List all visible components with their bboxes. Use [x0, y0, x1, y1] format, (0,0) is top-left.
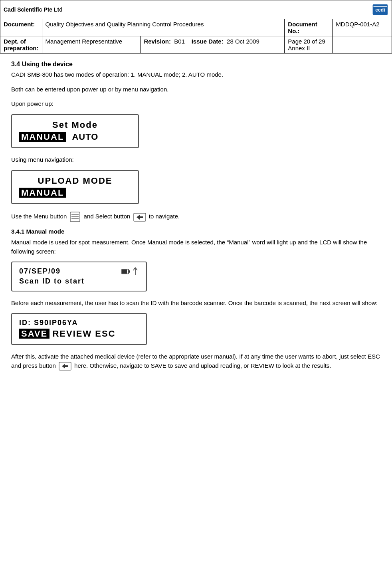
- screen2-manual: MANUAL: [19, 188, 66, 198]
- revision-label: Revision:: [144, 38, 171, 45]
- company-logo: ccdi: [358, 4, 388, 16]
- svg-text:ccdi: ccdi: [375, 7, 385, 13]
- section-3-4-title: 3.4 Using the device: [11, 61, 381, 68]
- screen1-modes: MANUAL AUTO: [19, 131, 131, 143]
- para-3: Upon power up:: [11, 99, 381, 109]
- screen3-scan: Scan ID to start: [19, 276, 139, 286]
- screen4-actions: SAVE REVIEW ESC: [19, 328, 139, 340]
- screen4-id: ID: S90lP06YA: [19, 318, 139, 328]
- screen4-save: SAVE: [19, 329, 49, 339]
- para5-post: to navigate.: [149, 213, 180, 220]
- screen4-rest: REVIEW ESC: [52, 329, 115, 339]
- menu-button-icon: [68, 211, 82, 222]
- company-name: Cadi Scientific Pte Ltd: [4, 6, 63, 13]
- screen-set-mode: Set Mode MANUAL AUTO: [11, 114, 139, 149]
- doc-number-value: MDDQP-001-A2: [333, 19, 392, 36]
- issue-value: 28 Oct 2009: [227, 38, 259, 45]
- screen2-title: UPLOAD MODE: [19, 175, 131, 187]
- doc-value: Quality Objectives and Quality Planning …: [42, 19, 285, 36]
- dept-label: Dept. of preparation:: [0, 36, 42, 54]
- antenna-icon: [132, 267, 139, 276]
- para-2: Both can be entered upon power up or by …: [11, 85, 381, 94]
- screen1-manual: MANUAL: [19, 132, 66, 142]
- dept-value: Management Representative: [42, 36, 141, 54]
- para-6: Manual mode is used for spot measurement…: [11, 238, 381, 256]
- subsection-341-title: 3.4.1 Manual mode: [11, 228, 381, 235]
- para-8: After this, activate the attached medica…: [11, 352, 381, 371]
- logo-area: ccdi: [356, 2, 388, 17]
- screen2-manual-line: MANUAL: [19, 187, 131, 199]
- para-1: CADI SMB-800 has two modes of operation:…: [11, 70, 381, 79]
- battery-antenna-icons: [121, 267, 139, 276]
- battery-icon: [121, 268, 130, 275]
- select-button-icon-2: [57, 361, 73, 371]
- para-7: Before each measurement, the user has to…: [11, 299, 381, 308]
- screen3-date-line: 07/SEP/09: [19, 266, 139, 276]
- para5-pre: Use the Menu button: [11, 213, 67, 220]
- para-navigate: Use the Menu button and Select button to…: [11, 211, 381, 222]
- screen3-date: 07/SEP/09: [19, 266, 61, 276]
- page-value: Page 20 of 29 Annex II: [285, 36, 333, 54]
- svg-rect-9: [129, 270, 130, 273]
- select-button-icon: [132, 212, 147, 222]
- issue-label: Issue Date:: [192, 38, 224, 45]
- para8b-text: here. Otherwise, navigate to SAVE to sav…: [74, 362, 331, 369]
- svg-rect-10: [122, 270, 127, 274]
- para-4: Using menu navigation:: [11, 155, 381, 165]
- header-table: Cadi Scientific Pte Ltd ccdi Document: Q…: [0, 0, 392, 54]
- screen-id-save: ID: S90lP06YA SAVE REVIEW ESC: [11, 313, 147, 345]
- screen1-auto: AUTO: [72, 132, 98, 142]
- screen-scan-id: 07/SEP/09 Scan ID to start: [11, 262, 147, 291]
- screen1-title: Set Mode: [19, 119, 131, 131]
- main-content: 3.4 Using the device CADI SMB-800 has tw…: [0, 54, 392, 383]
- revision-value: B01: [174, 38, 185, 45]
- para5-mid: and Select button: [84, 213, 131, 220]
- doc-label: Document:: [0, 19, 42, 36]
- screen-upload-mode: UPLOAD MODE MANUAL: [11, 170, 139, 204]
- doc-number-label: Document No.:: [285, 19, 333, 36]
